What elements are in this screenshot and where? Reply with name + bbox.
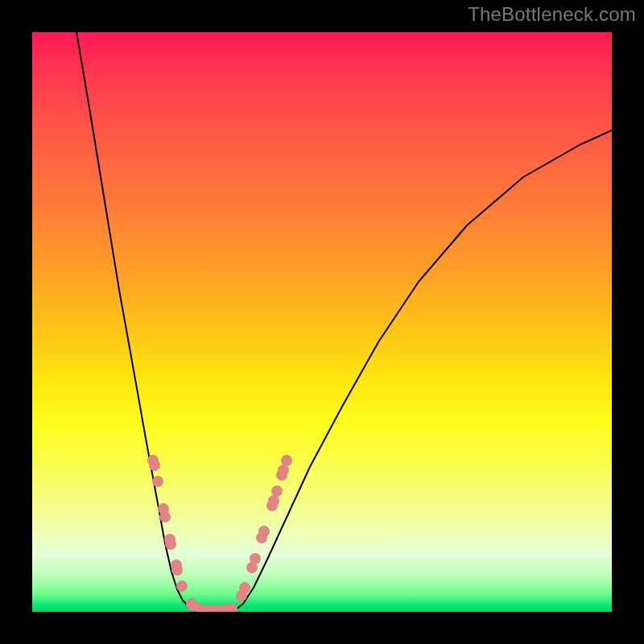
data-dot bbox=[271, 485, 283, 497]
data-dot bbox=[250, 553, 261, 564]
data-dot bbox=[239, 582, 250, 593]
data-dot bbox=[159, 511, 171, 522]
data-dot bbox=[149, 460, 160, 471]
data-dot bbox=[278, 464, 289, 476]
curve-svg bbox=[32, 32, 612, 612]
plot-area bbox=[32, 32, 612, 612]
bottleneck-curve bbox=[76, 32, 612, 612]
data-dot bbox=[268, 495, 279, 506]
data-dot bbox=[165, 539, 176, 550]
data-dot bbox=[176, 580, 188, 592]
watermark-text: TheBottleneck.com bbox=[468, 3, 636, 26]
data-dot bbox=[258, 526, 270, 537]
data-dot bbox=[152, 476, 163, 487]
data-dot bbox=[171, 564, 183, 576]
data-dots bbox=[147, 455, 292, 612]
data-dot bbox=[281, 455, 292, 466]
chart-frame: TheBottleneck.com bbox=[0, 0, 644, 644]
